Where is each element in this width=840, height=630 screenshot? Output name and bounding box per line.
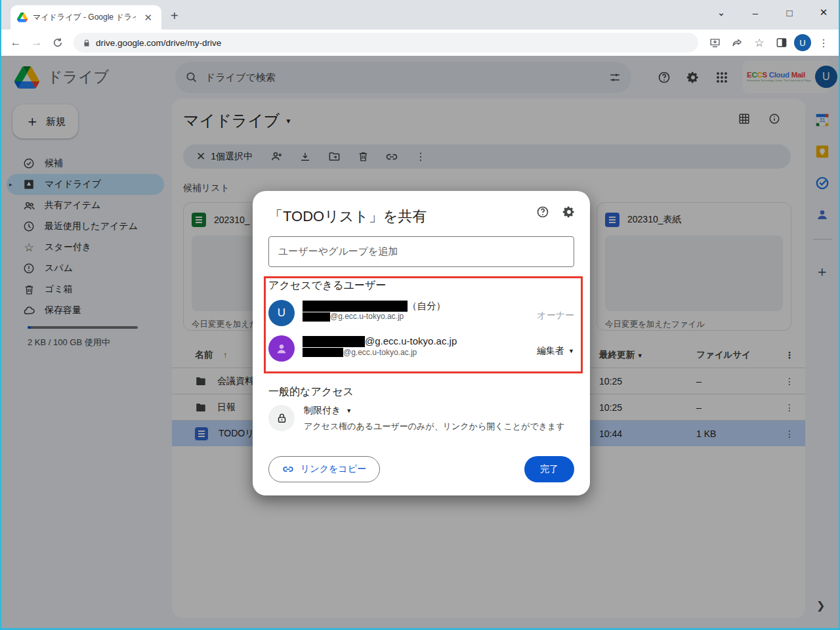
- new-tab-button[interactable]: +: [171, 9, 178, 24]
- restricted-dropdown[interactable]: 制限付き▼: [304, 405, 565, 417]
- window-controls: ⌄ – □ ✕: [713, 3, 832, 22]
- lock-icon: [83, 39, 91, 47]
- add-people-input[interactable]: ユーザーやグループを追加: [268, 236, 574, 267]
- lock-icon: [268, 405, 295, 431]
- forward-button[interactable]: →: [28, 33, 46, 52]
- dialog-title: 「TODOリスト」を共有: [268, 207, 574, 226]
- tab-close-icon[interactable]: ✕: [141, 11, 155, 24]
- browser-titlebar: マイドライブ - Google ドライブ ✕ + ⌄ – □ ✕: [1, 0, 839, 30]
- browser-menu-icon[interactable]: ⋮: [814, 33, 833, 52]
- tab-title: マイドライブ - Google ドライブ: [33, 12, 136, 23]
- side-panel-icon[interactable]: [772, 33, 791, 52]
- restricted-description: アクセス権のあるユーザーのみが、リンクから開くことができます: [304, 421, 565, 432]
- annotation-red-rectangle: [264, 276, 583, 373]
- general-access-heading: 一般的なアクセス: [268, 385, 354, 399]
- copy-link-button[interactable]: リンクをコピー: [268, 456, 380, 482]
- drive-favicon: [17, 12, 28, 22]
- minimize-button[interactable]: –: [747, 7, 764, 18]
- reload-button[interactable]: [49, 33, 67, 52]
- dialog-settings-gear-icon[interactable]: [562, 205, 576, 219]
- browser-window: マイドライブ - Google ドライブ ✕ + ⌄ – □ ✕ ← → dri…: [0, 0, 840, 630]
- share-icon[interactable]: [727, 33, 747, 52]
- chevron-down-icon[interactable]: ⌄: [713, 7, 730, 18]
- maximize-button[interactable]: □: [781, 7, 798, 18]
- install-icon[interactable]: [705, 33, 724, 52]
- url-text: drive.google.com/drive/my-drive: [96, 38, 221, 48]
- close-window-button[interactable]: ✕: [815, 7, 832, 18]
- general-access-row: 制限付き▼ アクセス権のあるユーザーのみが、リンクから開くことができます: [268, 405, 565, 432]
- url-bar[interactable]: drive.google.com/drive/my-drive: [74, 33, 698, 52]
- dialog-help-icon[interactable]: [536, 205, 549, 219]
- done-button[interactable]: 完了: [524, 456, 574, 482]
- back-button[interactable]: ←: [7, 33, 25, 52]
- browser-avatar[interactable]: U: [794, 34, 811, 51]
- browser-toolbar: ← → drive.google.com/drive/my-drive ☆ U …: [1, 30, 839, 56]
- browser-tab[interactable]: マイドライブ - Google ドライブ ✕: [10, 5, 161, 30]
- link-icon: [282, 463, 294, 475]
- bookmark-star-icon[interactable]: ☆: [749, 33, 769, 52]
